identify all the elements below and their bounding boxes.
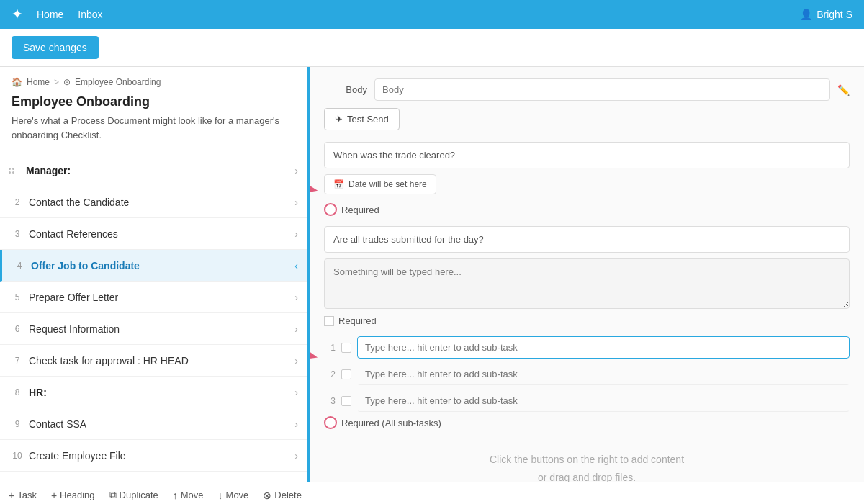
date-badge: 📅 Date will be set here — [324, 174, 436, 194]
task-item[interactable]: 4Offer Job to Candidate‹ — [0, 250, 307, 282]
hint-text: Click the buttons on the right to add co… — [324, 451, 850, 482]
task-list: Manager:›2Contact the Candidate›3Contact… — [0, 155, 307, 482]
task-number: 8 — [9, 387, 26, 397]
subtask-num-2: 2 — [324, 369, 336, 379]
task-name: Request Information — [26, 323, 294, 335]
task-name: HR: — [26, 387, 294, 398]
subtask-section: 1 2 3 — [324, 336, 850, 412]
duplicate-button[interactable]: ⧉ Duplicate — [109, 489, 158, 501]
breadcrumb: 🏠 Home > ⊙ Employee Onboarding — [12, 77, 295, 87]
task-name: Check task for approval : HR HEAD — [26, 355, 294, 366]
task-item[interactable]: 3Contact References› — [0, 218, 307, 250]
breadcrumb-current[interactable]: Employee Onboarding — [75, 77, 161, 87]
task-arrow-right: › — [294, 387, 298, 398]
subtask-checkbox-3[interactable] — [341, 396, 351, 406]
send-icon: ✈ — [335, 114, 343, 125]
task-number: 9 — [9, 419, 26, 429]
body-input[interactable] — [374, 78, 830, 101]
task-number: 2 — [9, 197, 26, 207]
breadcrumb-home[interactable]: Home — [27, 77, 50, 87]
task-arrow-right: › — [294, 292, 298, 303]
delete-icon: ⊗ — [263, 490, 271, 501]
task-arrow-right: › — [294, 482, 298, 482]
bottom-toolbar: + Task + Heading ⧉ Duplicate ↑ Move ↓ Mo… — [0, 482, 864, 504]
subtask-input-1[interactable] — [357, 336, 850, 359]
drag-handle — [9, 168, 20, 174]
sidebar-header: 🏠 Home > ⊙ Employee Onboarding Employee … — [0, 67, 307, 155]
add-task-button[interactable]: + Task — [9, 490, 37, 501]
question-2[interactable]: Are all trades submitted for the day? — [324, 226, 850, 253]
task-arrow-right: › — [294, 450, 298, 462]
required-circle-3[interactable] — [324, 416, 337, 429]
required-checkbox-2[interactable] — [324, 316, 334, 326]
subtask-num-3: 3 — [324, 396, 336, 406]
arrow-up-icon: ↑ — [173, 490, 178, 501]
task-number: 4 — [11, 261, 28, 271]
subtask-input-3[interactable] — [357, 390, 850, 412]
edit-icon[interactable]: ✏️ — [837, 84, 850, 96]
add-heading-button[interactable]: + Heading — [51, 490, 95, 501]
move-up-button[interactable]: ↑ Move — [173, 490, 204, 501]
test-send-label: Test Send — [347, 114, 389, 125]
user-icon: 👤 — [800, 9, 812, 20]
task-name: Prepare for Employee's First Day — [26, 482, 294, 482]
body-label: Body — [324, 84, 367, 95]
task-number: 7 — [9, 356, 26, 366]
task-item[interactable]: 7Check task for approval : HR HEAD› — [0, 345, 307, 377]
test-send-button[interactable]: ✈ Test Send — [324, 108, 400, 130]
save-button[interactable]: Save changes — [12, 36, 99, 59]
task-name: Contact SSA — [26, 418, 294, 430]
nav-left: ✦ Home Inbox — [12, 6, 103, 22]
subtask-row-2: 2 — [324, 363, 850, 385]
top-navigation: ✦ Home Inbox 👤 Bright S — [0, 0, 864, 29]
content-area: Body ✏️ ✈ Test Send When was the trade c… — [310, 67, 864, 482]
arrow-down-icon: ↓ — [218, 490, 223, 501]
task-arrow-right: › — [294, 418, 298, 430]
task-item[interactable]: 6Request Information› — [0, 313, 307, 345]
subtask-input-2[interactable] — [357, 363, 850, 385]
required-label-2: Required — [338, 315, 377, 326]
task-arrow-right: › — [294, 228, 298, 240]
required-row-1: Required — [324, 203, 850, 216]
required-circle-1[interactable] — [324, 203, 337, 216]
task-item[interactable]: 8HR:› — [0, 377, 307, 408]
task-item[interactable]: 9Contact SSA› — [0, 408, 307, 440]
main-toolbar: Save changes — [0, 29, 864, 67]
nav-inbox-link[interactable]: Inbox — [78, 9, 102, 20]
question-1[interactable]: When was the trade cleared? — [324, 142, 850, 168]
heading-icon: + — [51, 490, 57, 501]
body-row: Body ✏️ — [324, 78, 850, 101]
task-item[interactable]: 11Prepare for Employee's First Day› — [0, 472, 307, 482]
sidebar-description: Here's what a Process Document might loo… — [12, 114, 295, 142]
delete-button[interactable]: ⊗ Delete — [263, 490, 302, 501]
task-arrow-right: › — [294, 323, 298, 335]
textarea-field[interactable] — [324, 258, 850, 309]
subtask-num-1: 1 — [324, 343, 336, 353]
plus-icon: + — [9, 490, 14, 501]
task-number: 10 — [9, 451, 26, 461]
task-label: Task — [17, 490, 37, 500]
required-row-2: Required — [324, 315, 850, 326]
move-down-label: Move — [226, 490, 249, 500]
task-name: Contact the Candidate — [26, 197, 294, 208]
task-item[interactable]: Manager:› — [0, 155, 307, 186]
task-name: Contact References — [26, 228, 294, 240]
move-down-button[interactable]: ↓ Move — [218, 490, 249, 501]
user-label: Bright S — [816, 9, 852, 20]
task-arrow-right: › — [294, 355, 298, 366]
app-logo: ✦ — [12, 6, 22, 22]
subtask-checkbox-1[interactable] — [341, 343, 351, 353]
task-number: 5 — [9, 292, 26, 302]
breadcrumb-icon: ⊙ — [63, 77, 71, 87]
subtask-checkbox-2[interactable] — [341, 369, 351, 379]
task-name: Prepare Offer Letter — [26, 292, 294, 303]
task-arrow-right: › — [294, 165, 298, 176]
nav-home-link[interactable]: Home — [37, 9, 63, 20]
task-item[interactable]: 5Prepare Offer Letter› — [0, 282, 307, 313]
subtask-row-3: 3 — [324, 390, 850, 412]
required-label-1: Required — [341, 204, 379, 215]
task-number: 3 — [9, 229, 26, 239]
task-arrow-right: › — [294, 197, 298, 208]
task-item[interactable]: 10Create Employee File› — [0, 440, 307, 472]
task-item[interactable]: 2Contact the Candidate› — [0, 186, 307, 218]
